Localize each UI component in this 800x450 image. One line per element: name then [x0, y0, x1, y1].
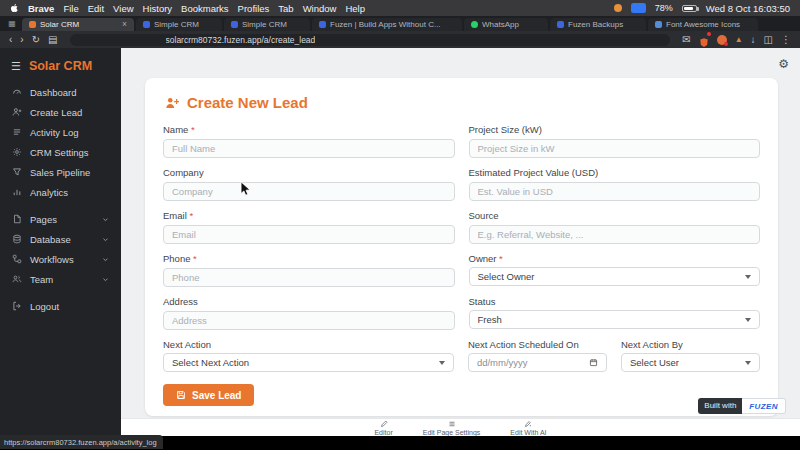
- create-lead-card: Create New Lead Name * Project Size (kW)…: [145, 78, 778, 416]
- sidebar-item-crm-settings[interactable]: CRM Settings: [0, 142, 121, 162]
- user-plus-icon: [165, 96, 179, 110]
- tab-font-awesome[interactable]: Font Awesome Icons: [648, 18, 758, 31]
- sidebar-item-create-lead[interactable]: Create Lead: [0, 102, 121, 122]
- input-source-badge[interactable]: [631, 3, 646, 13]
- brave-rewards-icon[interactable]: ▲: [735, 36, 743, 44]
- workflow-icon: [12, 254, 23, 264]
- sidebar-item-label: Analytics: [30, 187, 109, 198]
- chevron-down-icon: [439, 361, 445, 365]
- brave-shield-icon[interactable]: [699, 34, 709, 45]
- sidebar-item-workflows[interactable]: Workflows: [0, 249, 121, 269]
- field-label: Email *: [163, 210, 455, 221]
- menu-tab[interactable]: Tab: [278, 3, 293, 14]
- tab-whatsapp[interactable]: WhatsApp: [464, 18, 548, 31]
- menu-file[interactable]: File: [63, 3, 78, 14]
- tab-close-icon[interactable]: ×: [122, 20, 127, 29]
- phone-input[interactable]: [163, 268, 455, 287]
- tab-label: Simple CRM: [242, 20, 303, 29]
- status-select[interactable]: Fresh: [469, 310, 761, 329]
- save-icon: [176, 390, 186, 400]
- sidebar-item-label: Workflows: [30, 254, 95, 265]
- split-view-icon[interactable]: ◫: [764, 35, 773, 45]
- name-input[interactable]: [163, 139, 455, 158]
- sidebar-item-pages[interactable]: Pages: [0, 209, 121, 229]
- tab-simple-crm-2[interactable]: Simple CRM: [224, 18, 310, 31]
- address-input[interactable]: [163, 311, 455, 330]
- field-label: Project Size (kW): [469, 124, 761, 135]
- mouse-cursor: [240, 181, 251, 197]
- tab-favicon: [655, 21, 662, 28]
- footer-item-edit-with-ai[interactable]: Edit With AI: [510, 420, 546, 436]
- tab-favicon: [143, 21, 150, 28]
- tab-favicon: [29, 21, 36, 28]
- tab-solar-crm[interactable]: Solar CRM ×: [22, 18, 134, 31]
- email-input[interactable]: [163, 225, 455, 244]
- tab-simple-crm-1[interactable]: Simple CRM: [136, 18, 222, 31]
- menu-window[interactable]: Window: [303, 3, 337, 14]
- menu-history[interactable]: History: [143, 3, 173, 14]
- tab-search-icon[interactable]: ▦: [4, 16, 20, 31]
- download-icon[interactable]: ↓: [751, 35, 756, 45]
- menu-bookmarks[interactable]: Bookmarks: [181, 3, 229, 14]
- sidebar-item-activity-log[interactable]: Activity Log: [0, 122, 121, 142]
- menu-view[interactable]: View: [113, 3, 133, 14]
- shield-badge: [707, 32, 711, 36]
- source-input[interactable]: [469, 225, 761, 244]
- apple-menu-icon[interactable]: [10, 3, 19, 13]
- browser-toolbar: ‹ › ↻ ▤ solarcrm80732.fuzen.app/a/create…: [0, 31, 800, 48]
- sidebar-item-label: Database: [30, 234, 95, 245]
- sidebar-item-label: Logout: [30, 301, 109, 312]
- sidebar-item-dashboard[interactable]: Dashboard: [0, 82, 121, 102]
- field-label: Company: [163, 167, 455, 178]
- owner-select[interactable]: Select Owner: [469, 267, 761, 286]
- screen-record-icon[interactable]: [614, 4, 622, 12]
- project-size-input[interactable]: [469, 139, 761, 158]
- menu-edit[interactable]: Edit: [88, 3, 104, 14]
- field-next-action-date: Next Action Scheduled On dd/mm/yyyy: [468, 339, 607, 372]
- next-action-select[interactable]: Select Next Action: [163, 353, 454, 372]
- tab-favicon: [319, 21, 326, 28]
- field-owner: Owner * Select Owner: [469, 253, 761, 287]
- menu-profiles[interactable]: Profiles: [238, 3, 270, 14]
- field-label: Source: [469, 210, 761, 221]
- sidebar-item-sales-pipeline[interactable]: Sales Pipeline: [0, 162, 121, 182]
- tab-fuzen[interactable]: Fuzen | Build Apps Without C...: [312, 18, 462, 31]
- url-bar[interactable]: solarcrm80732.fuzen.app/a/create_lead: [70, 34, 671, 46]
- tab-label: Font Awesome Icons: [666, 20, 751, 29]
- forward-icon[interactable]: ›: [20, 35, 23, 45]
- more-menu-icon[interactable]: ⋮: [781, 35, 791, 45]
- save-lead-button[interactable]: Save Lead: [163, 384, 254, 406]
- settings-gear-icon[interactable]: ⚙: [778, 58, 789, 70]
- hamburger-menu-icon[interactable]: ☰: [11, 61, 21, 72]
- sidebar-item-database[interactable]: Database: [0, 229, 121, 249]
- next-action-date-input[interactable]: dd/mm/yyyy: [468, 353, 607, 372]
- menu-app-name[interactable]: Brave: [28, 3, 54, 14]
- gear-icon: [12, 147, 23, 157]
- sidebar-item-label: Sales Pipeline: [30, 167, 109, 178]
- menu-help[interactable]: Help: [345, 3, 365, 14]
- field-next-action: Next Action Select Next Action: [163, 339, 454, 372]
- sidebar-toggle-icon[interactable]: ▤: [48, 35, 57, 45]
- screen: Brave File Edit View History Bookmarks P…: [0, 0, 800, 450]
- est-value-input[interactable]: [469, 182, 761, 201]
- back-icon[interactable]: ‹: [9, 35, 12, 45]
- company-input[interactable]: [163, 182, 455, 201]
- sidebar-item-analytics[interactable]: Analytics: [0, 182, 121, 202]
- tab-fuzen-backups[interactable]: Fuzen Backups: [550, 18, 646, 31]
- menubar-clock[interactable]: Wed 8 Oct 16:03:50: [706, 3, 790, 14]
- sidebar-item-label: Team: [30, 274, 95, 285]
- sidebar-item-logout[interactable]: Logout: [0, 296, 121, 316]
- browser-viewport: ☰ Solar CRM Dashboard Create Lead Activi…: [0, 48, 800, 436]
- field-label: Owner *: [469, 253, 761, 264]
- link-preview-statusbar: https://solarcrm80732.fuzen.app/a/activi…: [0, 435, 163, 449]
- tab-favicon: [471, 21, 478, 28]
- built-with-badge[interactable]: Built with FUZEN: [698, 398, 786, 414]
- reload-icon[interactable]: ↻: [32, 35, 40, 45]
- profile-avatar[interactable]: [717, 35, 727, 45]
- reading-list-icon[interactable]: ✉: [682, 35, 690, 45]
- next-action-by-select[interactable]: Select User: [621, 353, 760, 372]
- sidebar-item-team[interactable]: Team: [0, 269, 121, 289]
- footer-item-page-settings[interactable]: Edit Page Settings: [423, 420, 481, 436]
- footer-item-editor[interactable]: Editor: [374, 420, 392, 436]
- field-est-value: Estimated Project Value (USD): [469, 167, 761, 201]
